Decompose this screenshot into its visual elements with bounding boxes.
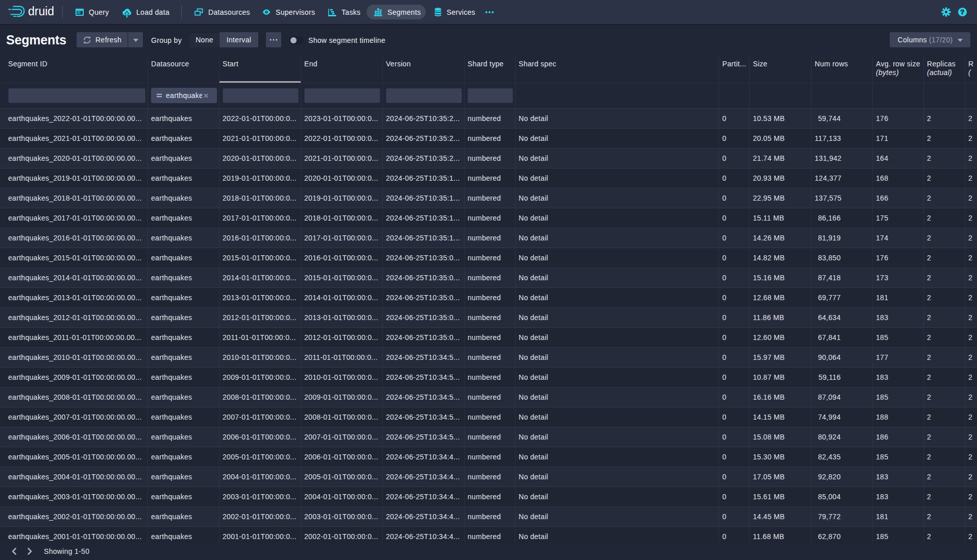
svg-text:?: ? xyxy=(960,8,964,16)
